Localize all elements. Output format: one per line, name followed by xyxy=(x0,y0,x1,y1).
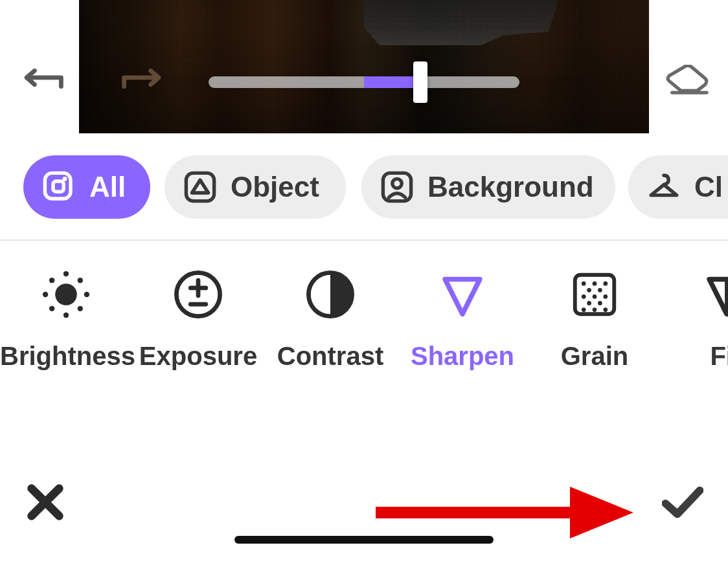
target-label: Cl xyxy=(694,171,723,203)
redo-button[interactable] xyxy=(117,63,171,100)
svg-point-8 xyxy=(63,313,69,318)
svg-point-7 xyxy=(63,271,69,276)
tool-grain[interactable]: Grain xyxy=(529,265,661,371)
confirm-button[interactable] xyxy=(655,475,710,529)
target-pill-clothes[interactable]: Cl xyxy=(628,155,728,219)
bottom-bar xyxy=(0,447,728,563)
svg-point-21 xyxy=(587,288,591,293)
svg-point-30 xyxy=(603,307,608,312)
svg-point-19 xyxy=(593,282,597,286)
svg-point-26 xyxy=(587,301,591,305)
cancel-button[interactable] xyxy=(18,475,73,529)
svg-rect-3 xyxy=(186,173,214,201)
layers-icon xyxy=(41,169,76,205)
svg-point-20 xyxy=(603,282,608,286)
target-pill-object[interactable]: Object xyxy=(165,155,346,219)
target-pill-background[interactable]: Background xyxy=(361,155,615,219)
svg-point-25 xyxy=(603,294,608,299)
target-label: Object xyxy=(231,171,319,203)
target-pill-all[interactable]: All xyxy=(23,155,150,219)
eraser-button[interactable] xyxy=(659,63,714,100)
tool-contrast[interactable]: Contrast xyxy=(264,265,396,371)
section-divider xyxy=(0,239,728,241)
svg-point-13 xyxy=(49,306,54,311)
tool-label: Grain xyxy=(529,342,661,371)
tool-label: Exposure xyxy=(132,342,264,371)
svg-point-29 xyxy=(593,307,597,312)
hanger-icon xyxy=(646,169,681,205)
undo-icon xyxy=(17,65,66,98)
svg-point-5 xyxy=(392,179,402,188)
close-icon xyxy=(25,482,66,523)
svg-point-10 xyxy=(84,292,89,297)
tool-label: Brightness xyxy=(0,342,132,371)
tool-sharpen[interactable]: Sharpen xyxy=(396,265,529,371)
svg-point-9 xyxy=(43,292,48,297)
tool-exposure[interactable]: Exposure xyxy=(132,265,264,371)
svg-point-12 xyxy=(78,278,83,283)
svg-point-2 xyxy=(63,177,67,181)
svg-point-6 xyxy=(55,283,77,305)
svg-point-22 xyxy=(598,288,602,293)
tool-fine-detail[interactable]: Fir xyxy=(661,265,728,371)
svg-point-14 xyxy=(78,306,83,311)
brightness-icon xyxy=(39,267,93,322)
redo-icon xyxy=(119,65,168,98)
svg-point-11 xyxy=(49,278,54,283)
adjust-tools-row: Brightness Exposure Contrast Sharpen xyxy=(0,265,728,447)
preview-area xyxy=(0,0,728,133)
svg-point-27 xyxy=(598,301,602,305)
fine-detail-icon xyxy=(700,267,728,322)
annotation-arrow xyxy=(376,483,635,542)
grain-icon xyxy=(567,267,622,322)
svg-point-28 xyxy=(582,307,586,312)
target-pill-row: All Object Background Cl xyxy=(0,133,728,239)
svg-point-18 xyxy=(582,282,586,286)
svg-point-23 xyxy=(582,294,586,299)
svg-rect-0 xyxy=(45,173,71,199)
tool-label: Fir xyxy=(661,342,728,371)
person-icon xyxy=(380,169,415,205)
home-indicator xyxy=(234,536,494,544)
svg-point-24 xyxy=(593,294,597,299)
exposure-icon xyxy=(171,267,225,322)
slider-thumb[interactable] xyxy=(413,61,427,103)
svg-rect-1 xyxy=(53,181,63,192)
adjust-slider[interactable] xyxy=(209,76,519,88)
target-label: Background xyxy=(427,171,594,203)
check-icon xyxy=(662,482,703,523)
undo-button[interactable] xyxy=(14,63,69,100)
tool-label: Sharpen xyxy=(396,342,529,371)
sharpen-icon xyxy=(435,267,490,322)
entity-icon xyxy=(183,169,218,205)
target-label: All xyxy=(89,171,126,203)
contrast-icon xyxy=(303,267,358,322)
tool-label: Contrast xyxy=(264,342,396,371)
eraser-icon xyxy=(662,65,711,98)
tool-brightness[interactable]: Brightness xyxy=(0,265,132,371)
